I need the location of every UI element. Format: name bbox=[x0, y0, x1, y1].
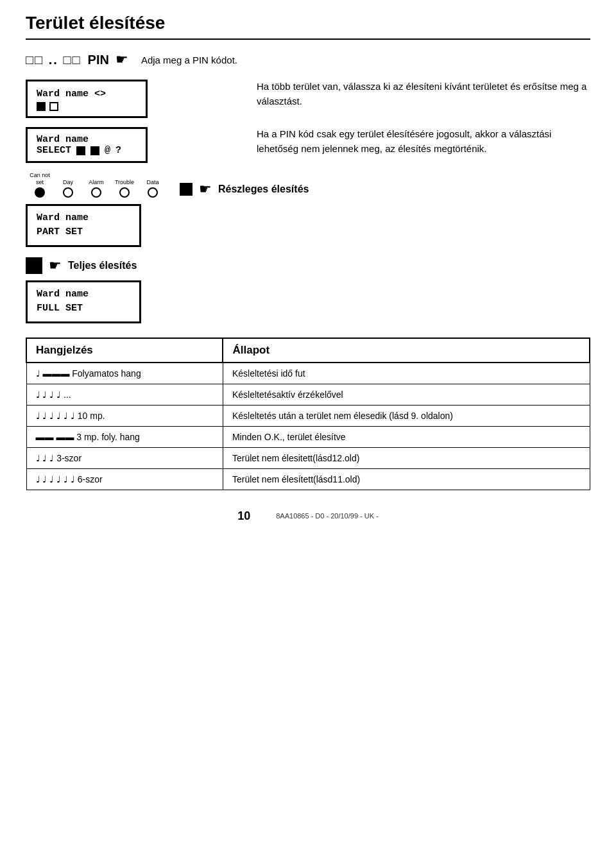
alarm-table: Hangjelzés Állapot ♩ ▬▬▬ Folyamatos hang… bbox=[26, 338, 590, 490]
footer-code: 8AA10865 - D0 - 20/10/99 - UK - bbox=[276, 512, 379, 520]
indicator-alarm: Alarm bbox=[82, 179, 110, 198]
select-pin-box2 bbox=[90, 146, 99, 155]
full-set-action-row: ☛ Teljes élesítés bbox=[26, 257, 590, 274]
table-cell-status: Terület nem élesített(lásd11.old) bbox=[223, 468, 590, 490]
pin-symbols: □□ .. □□ bbox=[26, 53, 81, 67]
table-row: ♩ ♩ ♩ 3-szorTerület nem élesitett(lásd12… bbox=[26, 447, 590, 468]
pin-row: □□ .. □□ PIN ☛ Adja meg a PIN kódot. bbox=[26, 51, 590, 68]
ward-full-set-display: Ward name FULL SET bbox=[26, 280, 141, 323]
alarm-circle bbox=[91, 187, 101, 198]
ward-select-left: Ward name <> bbox=[26, 80, 244, 118]
can-not-set-label: Can notset bbox=[30, 172, 50, 186]
full-set-line1: Ward name bbox=[37, 287, 130, 302]
table-row: ♩ ♩ ♩ ♩ ...Késleltetésaktív érzékelővel bbox=[26, 384, 590, 405]
ward-select-pin-description: Ha a PIN kód csak egy terület élesítésér… bbox=[257, 127, 590, 156]
part-set-label: Részleges élesítés bbox=[218, 184, 309, 195]
part-set-hand-icon: ☛ bbox=[199, 181, 212, 198]
day-circle bbox=[63, 187, 73, 198]
full-set-line2: FULL SET bbox=[37, 302, 130, 316]
ward-select-section: Ward name <> Ha több terület van, válass… bbox=[26, 80, 590, 118]
day-label: Day bbox=[63, 179, 73, 186]
table-row: ♩ ♩ ♩ ♩ ♩ ♩ 10 mp.Késleltetés után a ter… bbox=[26, 405, 590, 426]
select-question: ? bbox=[116, 145, 121, 156]
indicator-trouble: Trouble bbox=[110, 179, 139, 198]
part-set-action-row: ☛ Részleges élesítés bbox=[180, 181, 309, 198]
full-set-section: Ward name FULL SET bbox=[26, 280, 590, 323]
ward-select-pin-left: Ward name SELECT @ ? bbox=[26, 127, 244, 163]
page-number: 10 bbox=[237, 509, 250, 523]
select-filled-icon bbox=[37, 102, 46, 111]
alarm-shape bbox=[91, 187, 101, 198]
table-header-status: Állapot bbox=[223, 338, 590, 363]
part-set-key-icon bbox=[180, 183, 193, 196]
select-at: @ bbox=[105, 145, 110, 156]
page-title: Terület élesítése bbox=[26, 13, 590, 40]
pin-label: PIN bbox=[88, 53, 109, 67]
full-set-key-icon bbox=[26, 257, 42, 274]
indicator-can-not-set: Can notset bbox=[26, 172, 54, 198]
full-set-hand-icon: ☛ bbox=[49, 257, 62, 274]
ward-select-display: Ward name <> bbox=[26, 80, 148, 118]
select-outline-icon bbox=[49, 102, 58, 111]
trouble-circle bbox=[119, 187, 130, 198]
indicator-day: Day bbox=[54, 179, 82, 198]
table-cell-sound: ♩ ♩ ♩ ♩ ♩ ♩ 10 mp. bbox=[26, 405, 223, 426]
part-set-line2: PART SET bbox=[37, 225, 130, 240]
data-label: Data bbox=[146, 179, 158, 186]
ward-select-pin-display: Ward name SELECT @ ? bbox=[26, 127, 148, 163]
ward-select-pin-line1: Ward name bbox=[37, 134, 137, 145]
table-header-sound: Hangjelzés bbox=[26, 338, 223, 363]
table-row: ▬▬ ▬▬ 3 mp. foly. hangMinden O.K., terül… bbox=[26, 426, 590, 447]
can-not-set-shape bbox=[35, 187, 45, 198]
pin-description: Adja meg a PIN kódot. bbox=[141, 55, 237, 65]
table-cell-status: Késleltetési idő fut bbox=[223, 363, 590, 384]
can-not-set-dot bbox=[35, 187, 45, 198]
table-row: ♩ ▬▬▬ Folyamatos hangKésleltetési idő fu… bbox=[26, 363, 590, 384]
table-cell-status: Késleltetésaktív érzékelővel bbox=[223, 384, 590, 405]
indicator-data: Data bbox=[139, 179, 167, 198]
select-pin-box1 bbox=[76, 146, 85, 155]
ward-select-pin-line2: SELECT @ ? bbox=[37, 145, 137, 156]
table-cell-sound: ♩ ♩ ♩ ♩ ... bbox=[26, 384, 223, 405]
ward-select-line1: Ward name <> bbox=[37, 87, 137, 102]
full-set-label: Teljes élesítés bbox=[68, 260, 137, 271]
data-circle bbox=[148, 187, 158, 198]
table-cell-status: Minden O.K., terület élesítve bbox=[223, 426, 590, 447]
table-row: ♩ ♩ ♩ ♩ ♩ ♩ 6-szorTerület nem élesített(… bbox=[26, 468, 590, 490]
trouble-shape bbox=[119, 187, 130, 198]
table-cell-sound: ▬▬ ▬▬ 3 mp. foly. hang bbox=[26, 426, 223, 447]
hand-icon: ☛ bbox=[116, 51, 128, 68]
table-cell-sound: ♩ ♩ ♩ 3-szor bbox=[26, 447, 223, 468]
data-shape bbox=[148, 187, 158, 198]
ward-select-description: Ha több terület van, válassza ki az éles… bbox=[257, 80, 590, 108]
table-cell-sound: ♩ ♩ ♩ ♩ ♩ ♩ 6-szor bbox=[26, 468, 223, 490]
ward-select-icons bbox=[37, 102, 137, 111]
part-set-section: Ward name PART SET bbox=[26, 204, 590, 247]
trouble-label: Trouble bbox=[115, 179, 134, 186]
ward-select-pin-section: Ward name SELECT @ ? Ha a PIN kód csak e… bbox=[26, 127, 590, 163]
table-cell-status: Késleltetés után a terület nem élesedik … bbox=[223, 405, 590, 426]
table-cell-status: Terület nem élesitett(lásd12.old) bbox=[223, 447, 590, 468]
day-shape bbox=[63, 187, 73, 198]
ward-part-set-display: Ward name PART SET bbox=[26, 204, 141, 247]
alarm-label: Alarm bbox=[89, 179, 104, 186]
page-footer: 10 8AA10865 - D0 - 20/10/99 - UK - bbox=[26, 509, 590, 523]
part-set-line1: Ward name bbox=[37, 211, 130, 226]
table-cell-sound: ♩ ▬▬▬ Folyamatos hang bbox=[26, 363, 223, 384]
indicators-row: Can notset Day Alarm Trouble Data ☛ Rész… bbox=[26, 172, 590, 198]
